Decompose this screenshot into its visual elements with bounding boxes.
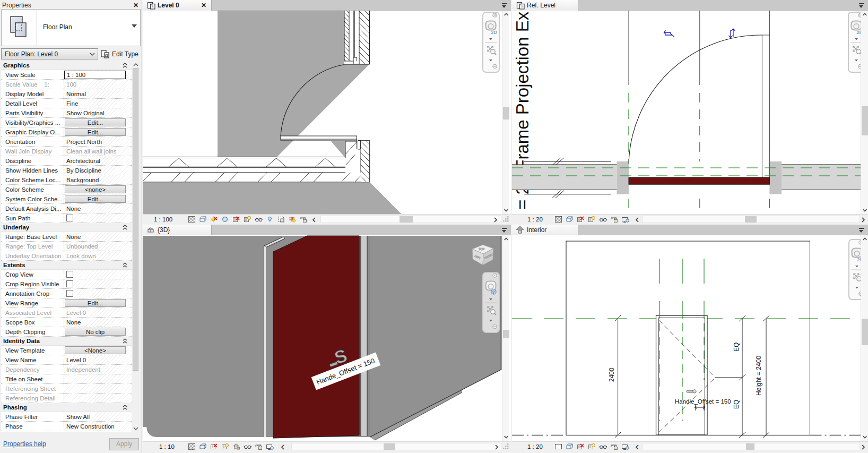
svg-text:2400: 2400 <box>608 367 615 382</box>
svg-text:Height = 2400: Height = 2400 <box>755 356 762 396</box>
svg-text:2D: 2D <box>491 30 498 35</box>
svg-text:EQ: EQ <box>733 343 740 352</box>
svg-text:Handle_Offset = 150: Handle_Offset = 150 <box>675 398 731 405</box>
svg-text:TOP: TOP <box>479 247 485 251</box>
svg-text:EQ: EQ <box>733 400 740 409</box>
